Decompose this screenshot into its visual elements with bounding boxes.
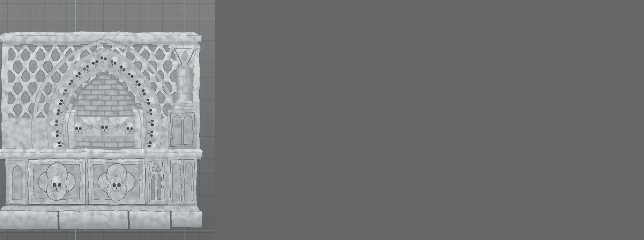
viewport-montage [0,0,644,240]
altar-chest [6,157,197,206]
quatrefoil-skull-panel [28,159,85,204]
monument [0,32,204,229]
panel-divider [0,0,0,240]
ogee-panel [8,160,25,204]
gothic-skull-shrine-model-textured [0,0,215,240]
quatrefoil-skull-panel [88,159,145,204]
trefoil-pilaster-panel [148,160,165,204]
viewport-panel-textured[interactable] [0,0,215,240]
right-lancet-pilaster [168,157,197,206]
column-pedestal [168,110,197,149]
plinth [0,204,202,229]
